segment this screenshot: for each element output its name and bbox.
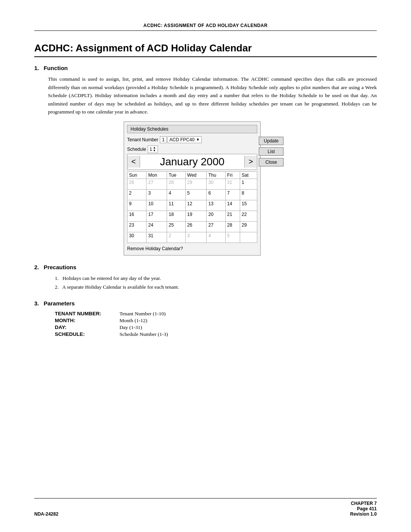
calendar-day-cell[interactable]: 7 — [225, 189, 240, 200]
footer-page: Page 411 — [350, 506, 377, 511]
calendar-day-cell[interactable]: 4 — [207, 232, 225, 243]
tenant-number-row: Tenant Number 1 ACD FPC40 ▼ — [127, 136, 257, 143]
section-parameters-heading: 3. Parameters — [34, 300, 377, 307]
param-label-day: DAY: — [55, 324, 119, 331]
calendar-day-cell[interactable]: 20 — [207, 211, 225, 221]
param-label-tenant: TENANT NUMBER: — [55, 310, 119, 317]
calendar-week-row: 2345678 — [127, 189, 257, 200]
parameters-table: TENANT NUMBER: Tenant Number (1-10) MONT… — [55, 310, 168, 338]
calendar-day-cell[interactable]: 13 — [207, 200, 225, 211]
param-label-schedule: SCHEDULE: — [55, 331, 119, 338]
footer-doc-number: NDA-24282 — [34, 511, 58, 517]
calendar-day-cell[interactable]: 2 — [127, 189, 147, 200]
spinner-down-icon[interactable]: ▼ — [153, 149, 156, 152]
calendar-day-cell[interactable]: 18 — [167, 211, 186, 221]
calendar-day-cell[interactable]: 29 — [240, 221, 257, 232]
section-function: 1. Function This command is used to assi… — [34, 65, 377, 256]
calendar-day-cell[interactable]: 22 — [240, 211, 257, 221]
calendar-day-cell[interactable]: 16 — [127, 211, 147, 221]
footer-chapter: CHAPTER 7 — [350, 501, 377, 506]
calendar-day-cell[interactable] — [240, 232, 257, 243]
table-row: MONTH: Month (1-12) — [55, 317, 168, 324]
calendar-day-cell[interactable]: 28 — [167, 179, 186, 189]
calendar-day-cell[interactable]: 15 — [240, 200, 257, 211]
calendar-day-cell[interactable]: 5 — [225, 232, 240, 243]
calendar-day-cell[interactable]: 1 — [240, 179, 257, 189]
close-button[interactable]: Close — [259, 158, 284, 166]
calendar-day-cell[interactable]: 2 — [167, 232, 186, 243]
calendar-day-cell[interactable]: 26 — [185, 221, 207, 232]
spinner-arrows[interactable]: ▲ ▼ — [153, 146, 156, 152]
calendar-week-row: 30312345 — [127, 232, 257, 243]
calendar-day-cell[interactable]: 29 — [185, 179, 207, 189]
calendar-week-row: 16171819202122 — [127, 211, 257, 221]
tenant-number-value[interactable]: 1 — [160, 136, 167, 143]
page-header: ACDHC: ASSIGNMENT OF ACD HOLIDAY CALENDA… — [34, 23, 377, 31]
section-parameters-title: Parameters — [44, 300, 75, 307]
calendar-day-cell[interactable]: 9 — [127, 200, 147, 211]
schedule-value: 1 — [150, 147, 152, 152]
dropdown-arrow-icon: ▼ — [196, 137, 200, 142]
calendar-day-cell[interactable]: 31 — [147, 232, 167, 243]
calendar-day-cell[interactable]: 3 — [185, 232, 207, 243]
next-month-button[interactable]: > — [244, 156, 257, 168]
section-parameters: 3. Parameters TENANT NUMBER: Tenant Numb… — [34, 300, 377, 338]
list-button[interactable]: List — [259, 147, 284, 156]
update-button[interactable]: Update — [259, 137, 284, 145]
table-row: TENANT NUMBER: Tenant Number (1-10) — [55, 310, 168, 317]
precaution-text-2: A separate Holiday Calendar is available… — [62, 284, 179, 290]
calendar-title-bar: Holiday Schedules — [127, 125, 257, 133]
calendar-day-cell[interactable]: 12 — [185, 200, 207, 211]
precaution-text-1: Holidays can be entered for any day of t… — [62, 275, 161, 281]
calendar-day-cell[interactable]: 27 — [147, 179, 167, 189]
section-precautions-heading: 2. Precautions — [34, 264, 377, 270]
calendar-day-cell[interactable]: 11 — [167, 200, 186, 211]
calendar-day-cell[interactable]: 24 — [147, 221, 167, 232]
calendar-day-cell[interactable]: 21 — [225, 211, 240, 221]
precautions-list: 1. Holidays can be entered for any day o… — [55, 274, 377, 292]
col-tue: Tue — [167, 171, 186, 179]
section-precautions: 2. Precautions 1. Holidays can be entere… — [34, 264, 377, 292]
calendar-day-cell[interactable]: 19 — [185, 211, 207, 221]
calendar-day-cell[interactable]: 3 — [147, 189, 167, 200]
calendar-day-cell[interactable]: 25 — [167, 221, 186, 232]
calendar-panel: Holiday Schedules Tenant Number 1 ACD FP… — [124, 121, 261, 256]
calendar-day-cell[interactable]: 17 — [147, 211, 167, 221]
calendar-day-cell[interactable]: 26 — [127, 179, 147, 189]
tenant-name: ACD FPC40 — [169, 137, 194, 142]
calendar-grid: Sun Mon Tue Wed Thu Fri Sat 262728293031… — [127, 171, 257, 243]
calendar-day-cell[interactable]: 4 — [167, 189, 186, 200]
tenant-dropdown[interactable]: ACD FPC40 ▼ — [167, 136, 202, 143]
calendar-day-cell[interactable]: 8 — [240, 189, 257, 200]
calendar-buttons: Update List Close — [259, 137, 284, 166]
prev-month-button[interactable]: < — [127, 156, 140, 168]
param-value-schedule: Schedule Number (1-3) — [119, 331, 168, 338]
param-label-month: MONTH: — [55, 317, 119, 324]
calendar-day-cell[interactable]: 14 — [225, 200, 240, 211]
precaution-num-2: 2. — [55, 284, 61, 290]
calendar-day-cell[interactable]: 28 — [225, 221, 240, 232]
param-value-month: Month (1-12) — [119, 317, 168, 324]
calendar-day-cell[interactable]: 23 — [127, 221, 147, 232]
calendar-day-cell[interactable]: 10 — [147, 200, 167, 211]
calendar-day-cell[interactable]: 31 — [225, 179, 240, 189]
footer-right: CHAPTER 7 Page 411 Revision 1.0 — [350, 501, 377, 517]
section-parameters-number: 3. — [34, 300, 39, 307]
schedule-spinner[interactable]: 1 ▲ ▼ — [148, 145, 158, 153]
month-label: January 2000 — [140, 154, 245, 169]
calendar-widget: Holiday Schedules Tenant Number 1 ACD FP… — [124, 121, 287, 256]
page: ACDHC: ASSIGNMENT OF ACD HOLIDAY CALENDA… — [0, 0, 411, 532]
param-value-tenant: Tenant Number (1-10) — [119, 310, 168, 317]
param-value-day: Day (1-31) — [119, 324, 168, 331]
calendar-day-cell[interactable]: 6 — [207, 189, 225, 200]
calendar-day-cell[interactable]: 27 — [207, 221, 225, 232]
calendar-footer: Remove Holiday Calendar? — [127, 245, 257, 252]
calendar-day-cell[interactable]: 5 — [185, 189, 207, 200]
list-item: 2. A separate Holiday Calendar is availa… — [55, 283, 377, 292]
col-sat: Sat — [240, 171, 257, 179]
calendar-day-cell[interactable]: 30 — [127, 232, 147, 243]
calendar-day-cell[interactable]: 30 — [207, 179, 225, 189]
calendar-week-row: 9101112131415 — [127, 200, 257, 211]
page-header-text: ACDHC: ASSIGNMENT OF ACD HOLIDAY CALENDA… — [143, 23, 268, 28]
footer-revision: Revision 1.0 — [350, 511, 377, 517]
